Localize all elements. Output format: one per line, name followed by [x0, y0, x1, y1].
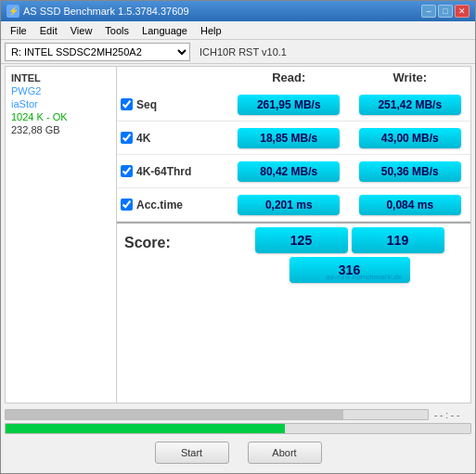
- size-label: 232,88 GB: [11, 124, 110, 135]
- table-row: Seq 261,95 MB/s 251,42 MB/s: [117, 88, 470, 122]
- bench-rows: Seq 261,95 MB/s 251,42 MB/s 4K: [117, 88, 470, 403]
- maximize-button[interactable]: □: [438, 5, 453, 18]
- start-button[interactable]: Start: [155, 442, 229, 464]
- seq-write-btn: 251,42 MB/s: [359, 95, 461, 115]
- 4k64-read-btn: 80,42 MB/s: [238, 161, 340, 182]
- 4k-write-value: 43,00 MB/s: [350, 126, 471, 150]
- seq-write-value: 251,42 MB/s: [350, 93, 471, 117]
- progress-bar-bottom: [5, 423, 471, 434]
- device-select[interactable]: R: INTEL SSDSC2MH250A2: [5, 43, 190, 61]
- acc-name: Acc.time: [136, 199, 183, 211]
- score-row: Score: 125 119 316 as-ssd-benchmark.de: [117, 222, 470, 287]
- progress-fill-top: [6, 410, 343, 419]
- score-top: 125 119: [228, 227, 470, 253]
- read-header: Read:: [228, 70, 350, 84]
- minimize-button[interactable]: –: [421, 5, 436, 18]
- title-bar: ⚡ AS SSD Benchmark 1.5.3784.37609 – □ ✕: [1, 1, 475, 21]
- title-buttons: – □ ✕: [421, 5, 470, 18]
- progress-bar-top: [5, 409, 429, 420]
- 4k64-write-btn: 50,36 MB/s: [359, 161, 461, 182]
- menu-help[interactable]: Help: [195, 23, 227, 38]
- seq-name: Seq: [136, 98, 157, 111]
- seq-read-value: 261,95 MB/s: [228, 93, 350, 117]
- 4k64-read-value: 80,42 MB/s: [228, 160, 350, 184]
- menu-tools[interactable]: Tools: [99, 23, 135, 38]
- row-label-4k: 4K: [117, 132, 228, 145]
- table-row: Acc.time 0,201 ms 0,084 ms: [117, 188, 470, 222]
- 4k64-name: 4K-64Thrd: [136, 165, 191, 178]
- table-row: 4K 18,85 MB/s 43,00 MB/s: [117, 122, 470, 155]
- bottom-buttons: Start Abort: [1, 436, 475, 469]
- acc-write-value: 0,084 ms: [350, 193, 471, 217]
- total-score-btn: 316 as-ssd-benchmark.de: [289, 257, 410, 283]
- footer: [1, 469, 475, 473]
- 4k-name: 4K: [136, 132, 150, 145]
- acc-read-value: 0,201 ms: [228, 193, 350, 217]
- read-score-btn: 125: [255, 227, 348, 253]
- 4k64-checkbox[interactable]: [121, 165, 133, 177]
- bench-header: Read: Write:: [117, 67, 470, 88]
- menu-bar: File Edit View Tools Language Help: [1, 21, 475, 40]
- model-label: PWG2: [11, 85, 110, 96]
- acc-read-btn: 0,201 ms: [238, 195, 340, 215]
- right-panel: Read: Write: Seq 261,95 MB/s 251,42 MB/s: [117, 67, 470, 403]
- main-window: ⚡ AS SSD Benchmark 1.5.3784.37609 – □ ✕ …: [0, 0, 476, 474]
- window-title: AS SSD Benchmark 1.5.3784.37609: [23, 6, 189, 17]
- progress-fill-bottom: [6, 424, 285, 433]
- 4k-read-btn: 18,85 MB/s: [238, 128, 340, 148]
- cache-label: 1024 K - OK: [11, 111, 110, 122]
- acc-checkbox[interactable]: [121, 199, 133, 211]
- score-label: Score:: [117, 227, 228, 251]
- menu-view[interactable]: View: [65, 23, 98, 38]
- device-info: ICH10R RST v10.1: [199, 46, 287, 58]
- 4k-checkbox[interactable]: [121, 132, 133, 144]
- seq-read-btn: 261,95 MB/s: [238, 95, 340, 115]
- brand-label: INTEL: [11, 72, 110, 83]
- abort-button[interactable]: Abort: [248, 442, 322, 464]
- app-icon: ⚡: [6, 5, 19, 18]
- row-label-4k64: 4K-64Thrd: [117, 165, 228, 178]
- progress-area: - - : - -: [1, 405, 475, 436]
- title-bar-left: ⚡ AS SSD Benchmark 1.5.3784.37609: [6, 5, 189, 18]
- close-button[interactable]: ✕: [455, 5, 470, 18]
- menu-language[interactable]: Language: [136, 23, 193, 38]
- table-row: 4K-64Thrd 80,42 MB/s 50,36 MB/s: [117, 155, 470, 188]
- left-panel: INTEL PWG2 iaStor 1024 K - OK 232,88 GB: [6, 67, 117, 403]
- progress-time: - - : - -: [434, 410, 471, 420]
- write-score-btn: 119: [352, 227, 444, 253]
- acc-write-btn: 0,084 ms: [359, 195, 461, 215]
- 4k64-write-value: 50,36 MB/s: [350, 160, 471, 184]
- toolbar: R: INTEL SSDSC2MH250A2 ICH10R RST v10.1: [1, 40, 475, 64]
- menu-edit[interactable]: Edit: [34, 23, 63, 38]
- score-values: 125 119 316 as-ssd-benchmark.de: [228, 227, 470, 283]
- 4k-read-value: 18,85 MB/s: [228, 126, 350, 150]
- menu-file[interactable]: File: [5, 23, 32, 38]
- write-header: Write:: [350, 70, 471, 84]
- driver-label: iaStor: [11, 98, 110, 109]
- watermark: as-ssd-benchmark.de: [326, 273, 402, 281]
- row-label-acc: Acc.time: [117, 199, 228, 211]
- 4k-write-btn: 43,00 MB/s: [359, 128, 461, 148]
- seq-checkbox[interactable]: [121, 98, 133, 110]
- main-content: INTEL PWG2 iaStor 1024 K - OK 232,88 GB …: [5, 66, 471, 404]
- row-label-seq: Seq: [117, 98, 228, 111]
